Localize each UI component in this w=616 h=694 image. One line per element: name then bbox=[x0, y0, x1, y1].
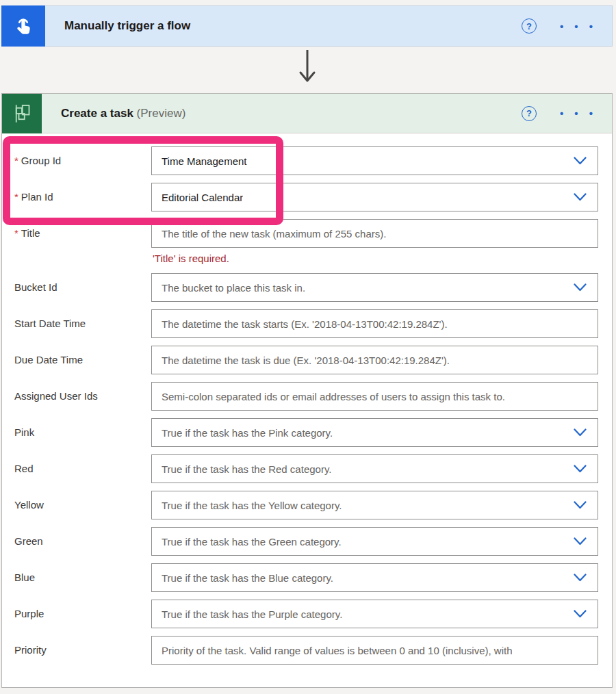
chevron-down-icon bbox=[574, 610, 587, 618]
action-form: *Group Id Time Management *Plan Id Edito… bbox=[2, 133, 612, 665]
action-card-title: Create a task (Preview) bbox=[61, 107, 522, 120]
required-asterisk: * bbox=[14, 227, 18, 239]
field-label: Bucket Id bbox=[14, 273, 151, 302]
field-placeholder: Semi-colon separated ids or email addres… bbox=[162, 391, 505, 402]
field-label: Yellow bbox=[14, 491, 151, 519]
field-row-assigned-user-ids: Assigned User Ids Semi-colon separated i… bbox=[14, 382, 598, 411]
required-asterisk: * bbox=[14, 155, 18, 166]
field-label: *Group Id bbox=[14, 146, 151, 175]
field-row-purple: Purple True if the task has the Purple c… bbox=[14, 600, 598, 628]
field-input[interactable]: Priority of the task. Valid range of val… bbox=[151, 636, 598, 665]
field-row-bucket-id: Bucket Id The bucket to place this task … bbox=[14, 273, 598, 302]
field-input[interactable]: The bucket to place this task in. bbox=[151, 273, 598, 302]
field-input[interactable]: The title of the new task (maximum of 25… bbox=[151, 219, 598, 248]
chevron-down-icon bbox=[574, 283, 587, 292]
field-label: Purple bbox=[14, 600, 151, 628]
preview-label: (Preview) bbox=[137, 107, 186, 120]
field-label: Pink bbox=[14, 418, 151, 447]
field-placeholder: Priority of the task. Valid range of val… bbox=[162, 645, 512, 656]
field-placeholder: True if the task has the Yellow category… bbox=[162, 500, 342, 511]
field-value: Time Management bbox=[162, 155, 247, 167]
field-label: Blue bbox=[14, 563, 151, 592]
more-options-button[interactable]: • • • bbox=[560, 107, 597, 119]
field-row-due-date-time: Due Date Time The datetime the task is d… bbox=[14, 346, 598, 374]
chevron-down-icon bbox=[574, 537, 587, 545]
trigger-card-title: Manually trigger a flow bbox=[64, 19, 522, 33]
flow-designer-canvas: Manually trigger a flow ? • • • bbox=[0, 0, 616, 694]
field-placeholder: The title of the new task (maximum of 25… bbox=[162, 228, 386, 240]
field-input[interactable]: True if the task has the Green category. bbox=[151, 527, 598, 556]
field-placeholder: True if the task has the Blue category. bbox=[162, 572, 333, 584]
field-placeholder: The datetime the task is due (Ex. '2018-… bbox=[162, 355, 450, 366]
field-placeholder: True if the task has the Pink category. bbox=[162, 427, 333, 439]
field-placeholder: True if the task has the Red category. bbox=[162, 463, 331, 475]
field-input[interactable]: True if the task has the Yellow category… bbox=[151, 491, 598, 519]
help-icon[interactable]: ? bbox=[522, 106, 537, 121]
field-label: *Title bbox=[14, 219, 151, 266]
action-card-header[interactable]: Create a task (Preview) ? • • • bbox=[42, 94, 612, 133]
field-label: Green bbox=[14, 527, 151, 556]
planner-icon bbox=[2, 94, 42, 133]
field-row-green: Green True if the task has the Green cat… bbox=[14, 527, 598, 556]
field-row-pink: Pink True if the task has the Pink categ… bbox=[14, 418, 598, 447]
field-row-start-date-time: Start Date Time The datetime the task st… bbox=[14, 309, 598, 338]
field-label: *Plan Id bbox=[14, 183, 151, 211]
field-row-title: *Title The title of the new task (maximu… bbox=[14, 219, 598, 266]
field-input[interactable]: True if the task has the Pink category. bbox=[151, 418, 598, 447]
field-row-yellow: Yellow True if the task has the Yellow c… bbox=[14, 491, 598, 519]
chevron-down-icon bbox=[574, 465, 587, 473]
field-label: Start Date Time bbox=[14, 309, 151, 338]
arrow-down-icon bbox=[298, 49, 316, 89]
action-card: Create a task (Preview) ? • • • *Group I… bbox=[1, 93, 613, 688]
field-input[interactable]: Editorial Calendar bbox=[151, 183, 598, 211]
chevron-down-icon bbox=[574, 193, 587, 201]
field-label: Due Date Time bbox=[14, 346, 151, 374]
field-row-priority: Priority Priority of the task. Valid ran… bbox=[14, 636, 598, 665]
chevron-down-icon bbox=[574, 428, 587, 437]
chevron-down-icon bbox=[574, 501, 587, 509]
field-label: Red bbox=[14, 454, 151, 483]
field-row-red: Red True if the task has the Red categor… bbox=[14, 454, 598, 483]
field-input[interactable]: Time Management bbox=[151, 146, 598, 175]
field-row-plan-id: *Plan Id Editorial Calendar bbox=[14, 183, 598, 211]
trigger-card-header[interactable]: Manually trigger a flow ? • • • bbox=[45, 5, 613, 47]
field-input[interactable]: True if the task has the Red category. bbox=[151, 454, 598, 483]
trigger-card[interactable]: Manually trigger a flow ? • • • bbox=[1, 5, 613, 47]
field-placeholder: The bucket to place this task in. bbox=[162, 282, 305, 294]
touch-pointer-icon bbox=[1, 5, 45, 47]
field-placeholder: The datetime the task starts (Ex. '2018-… bbox=[162, 318, 448, 330]
field-label: Priority bbox=[14, 636, 151, 665]
field-value: Editorial Calendar bbox=[162, 192, 243, 203]
field-error: 'Title' is required. bbox=[153, 253, 598, 264]
field-input[interactable]: True if the task has the Blue category. bbox=[151, 563, 598, 592]
field-input[interactable]: The datetime the task is due (Ex. '2018-… bbox=[151, 346, 598, 374]
field-label: Assigned User Ids bbox=[14, 382, 151, 411]
chevron-down-icon bbox=[574, 574, 587, 582]
help-icon[interactable]: ? bbox=[522, 18, 537, 34]
field-input[interactable]: True if the task has the Purple category… bbox=[151, 600, 598, 628]
field-row-blue: Blue True if the task has the Blue categ… bbox=[14, 563, 598, 592]
required-asterisk: * bbox=[14, 191, 18, 203]
field-input[interactable]: The datetime the task starts (Ex. '2018-… bbox=[151, 309, 598, 338]
field-placeholder: True if the task has the Purple category… bbox=[162, 608, 342, 620]
field-row-group-id: *Group Id Time Management bbox=[14, 146, 598, 175]
field-input[interactable]: Semi-colon separated ids or email addres… bbox=[151, 382, 598, 411]
more-options-button[interactable]: • • • bbox=[560, 21, 597, 32]
chevron-down-icon bbox=[574, 157, 587, 165]
field-placeholder: True if the task has the Green category. bbox=[162, 536, 342, 548]
